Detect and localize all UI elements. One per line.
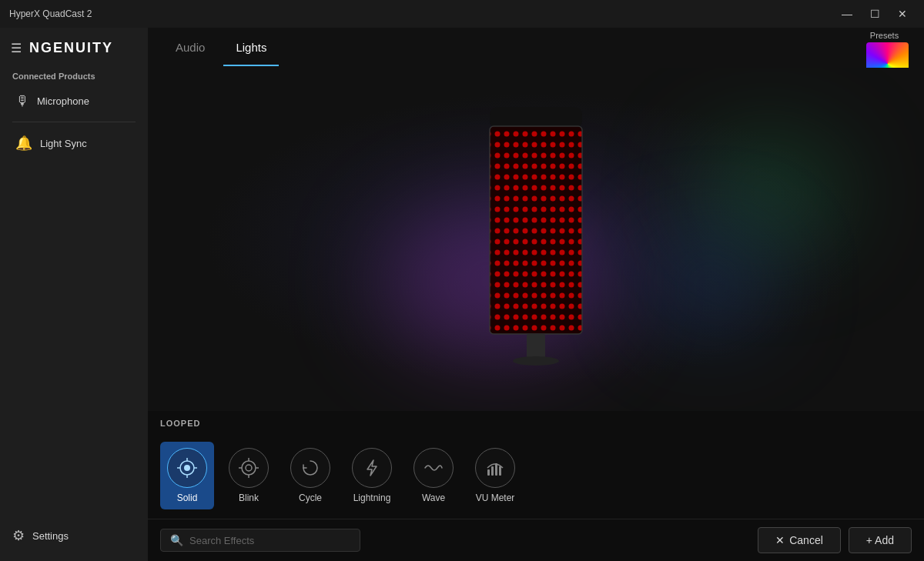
sidebar-item-microphone[interactable]: 🎙 Microphone bbox=[3, 85, 145, 117]
sidebar-header: ☰ NGENUITY bbox=[0, 34, 148, 65]
svg-rect-10 bbox=[490, 126, 582, 334]
maximize-button[interactable]: ☐ bbox=[862, 5, 887, 23]
blink-icon bbox=[229, 448, 269, 488]
search-icon: 🔍 bbox=[170, 534, 183, 546]
svg-rect-29 bbox=[495, 463, 497, 476]
vu-meter-label: VU Meter bbox=[476, 493, 515, 503]
effect-solid[interactable]: Solid bbox=[160, 442, 214, 509]
sidebar-item-label-2: Light Sync bbox=[40, 138, 87, 149]
search-input[interactable] bbox=[189, 535, 350, 546]
connected-label: Connected Products bbox=[0, 65, 148, 85]
tab-lights[interactable]: Lights bbox=[223, 30, 279, 66]
mic-svg bbox=[474, 107, 598, 369]
cycle-label: Cycle bbox=[299, 493, 322, 503]
svg-rect-6 bbox=[490, 107, 582, 129]
svg-rect-30 bbox=[499, 466, 501, 476]
sidebar-item-label: Microphone bbox=[37, 95, 89, 107]
effect-lightning[interactable]: Lightning bbox=[345, 442, 399, 509]
content-area: Audio Lights Presets bbox=[148, 28, 924, 561]
tab-bar: Audio Lights Presets bbox=[148, 28, 924, 68]
hamburger-icon[interactable]: ☰ bbox=[11, 41, 22, 55]
sidebar-divider bbox=[12, 122, 136, 122]
add-label: + Add bbox=[866, 534, 894, 546]
search-box[interactable]: 🔍 bbox=[160, 529, 360, 552]
main-layout: ☰ NGENUITY Connected Products 🎙 Micropho… bbox=[0, 28, 924, 561]
effect-vu-meter[interactable]: VU Meter bbox=[468, 442, 522, 509]
viz-area bbox=[148, 68, 924, 411]
window-title: HyperX QuadCast 2 bbox=[9, 8, 92, 19]
presets-label: Presets bbox=[870, 31, 899, 40]
svg-rect-28 bbox=[491, 466, 494, 476]
blink-label: Blink bbox=[239, 493, 259, 503]
cancel-button[interactable]: ✕ Cancel bbox=[758, 527, 841, 553]
lightsync-icon: 🔔 bbox=[15, 135, 32, 152]
cancel-label: Cancel bbox=[789, 534, 823, 546]
tab-audio[interactable]: Audio bbox=[163, 30, 217, 66]
settings-icon: ⚙ bbox=[12, 527, 25, 544]
cycle-icon bbox=[290, 448, 330, 488]
lightning-icon bbox=[352, 448, 392, 488]
wave-icon bbox=[413, 448, 454, 488]
effect-wave[interactable]: Wave bbox=[407, 442, 460, 509]
microphone-icon: 🎙 bbox=[15, 93, 29, 109]
settings-label: Settings bbox=[32, 530, 69, 542]
sidebar: ☰ NGENUITY Connected Products 🎙 Micropho… bbox=[0, 28, 148, 561]
effects-grid: Solid Blink bbox=[148, 442, 924, 519]
svg-point-15 bbox=[184, 465, 190, 471]
svg-point-13 bbox=[513, 356, 559, 366]
looped-section: LOOPED bbox=[148, 411, 924, 442]
lightning-label: Lightning bbox=[353, 493, 391, 503]
minimize-button[interactable]: — bbox=[835, 5, 859, 23]
title-bar: HyperX QuadCast 2 — ☐ ✕ bbox=[0, 0, 924, 28]
add-button[interactable]: + Add bbox=[849, 527, 912, 553]
logo: NGENUITY bbox=[29, 40, 113, 56]
window-controls: — ☐ ✕ bbox=[835, 5, 915, 23]
sidebar-item-lightsync[interactable]: 🔔 Light Sync bbox=[3, 127, 145, 159]
action-buttons: ✕ Cancel + Add bbox=[758, 527, 912, 553]
settings-item[interactable]: ⚙ Settings bbox=[0, 519, 148, 552]
solid-icon bbox=[167, 448, 207, 488]
looped-label: LOOPED bbox=[160, 419, 912, 428]
bottom-panel: LOOPED Solid bbox=[148, 411, 924, 561]
cancel-x: ✕ bbox=[775, 534, 785, 546]
svg-rect-27 bbox=[487, 469, 490, 476]
tabs: Audio Lights bbox=[163, 30, 279, 66]
bg-blob-green bbox=[692, 136, 846, 252]
sidebar-bottom: ⚙ Settings bbox=[0, 519, 148, 561]
solid-label: Solid bbox=[177, 493, 198, 503]
svg-point-20 bbox=[242, 461, 256, 475]
bottom-bar: 🔍 ✕ Cancel + Add bbox=[148, 519, 924, 561]
microphone-visualization bbox=[474, 107, 598, 372]
vu-meter-icon bbox=[475, 448, 515, 488]
svg-point-21 bbox=[246, 465, 252, 471]
svg-marker-26 bbox=[367, 460, 377, 476]
effect-blink[interactable]: Blink bbox=[222, 442, 276, 509]
wave-label: Wave bbox=[422, 493, 445, 503]
effect-cycle[interactable]: Cycle bbox=[283, 442, 337, 509]
bg-blob-blue bbox=[653, 239, 768, 332]
close-button[interactable]: ✕ bbox=[890, 5, 915, 23]
